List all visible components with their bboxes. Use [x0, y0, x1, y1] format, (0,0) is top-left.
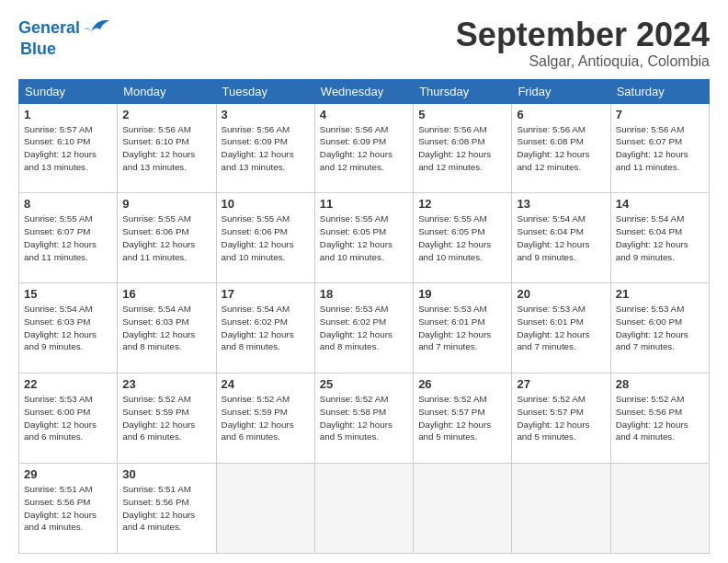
day-info: Sunrise: 5:55 AM Sunset: 6:05 PM Dayligh… — [320, 213, 408, 263]
table-row: 6 Sunrise: 5:56 AM Sunset: 6:08 PM Dayli… — [512, 103, 610, 193]
table-row: 5 Sunrise: 5:56 AM Sunset: 6:08 PM Dayli… — [414, 103, 512, 193]
day-info: Sunrise: 5:52 AM Sunset: 5:59 PM Dayligh… — [222, 393, 310, 443]
day-info: Sunrise: 5:54 AM Sunset: 6:04 PM Dayligh… — [517, 213, 605, 263]
day-info: Sunrise: 5:52 AM Sunset: 5:57 PM Dayligh… — [418, 393, 506, 443]
day-info: Sunrise: 5:53 AM Sunset: 6:00 PM Dayligh… — [24, 393, 112, 443]
table-row: 9 Sunrise: 5:55 AM Sunset: 6:06 PM Dayli… — [118, 193, 216, 283]
day-number: 4 — [320, 108, 408, 121]
day-info: Sunrise: 5:56 AM Sunset: 6:09 PM Dayligh… — [222, 123, 310, 174]
day-number: 12 — [418, 197, 506, 211]
day-number: 6 — [517, 108, 605, 121]
month-title: September 2024 — [456, 17, 710, 53]
header-monday: Monday — [118, 79, 216, 103]
table-row: 26 Sunrise: 5:52 AM Sunset: 5:57 PM Dayl… — [414, 373, 512, 464]
day-number: 7 — [616, 108, 704, 121]
day-info: Sunrise: 5:54 AM Sunset: 6:03 PM Dayligh… — [122, 303, 210, 353]
day-info: Sunrise: 5:53 AM Sunset: 6:01 PM Dayligh… — [517, 303, 605, 353]
table-row: 12 Sunrise: 5:55 AM Sunset: 6:05 PM Dayl… — [414, 193, 512, 283]
day-number: 20 — [517, 287, 605, 301]
calendar-week-row: 29 Sunrise: 5:51 AM Sunset: 5:56 PM Dayl… — [19, 464, 710, 554]
table-row: 20 Sunrise: 5:53 AM Sunset: 6:01 PM Dayl… — [512, 283, 610, 373]
page: General Blue September 2024 Salgar, Anti… — [0, 0, 728, 563]
table-row: 21 Sunrise: 5:53 AM Sunset: 6:00 PM Dayl… — [610, 283, 709, 373]
table-row: 4 Sunrise: 5:56 AM Sunset: 6:09 PM Dayli… — [314, 103, 413, 193]
day-number: 8 — [24, 197, 112, 211]
table-row: 24 Sunrise: 5:52 AM Sunset: 5:59 PM Dayl… — [216, 373, 314, 464]
day-info: Sunrise: 5:53 AM Sunset: 6:00 PM Dayligh… — [616, 303, 704, 353]
day-info: Sunrise: 5:52 AM Sunset: 5:58 PM Dayligh… — [320, 393, 408, 443]
day-number: 1 — [24, 108, 112, 121]
table-row: 29 Sunrise: 5:51 AM Sunset: 5:56 PM Dayl… — [19, 464, 118, 554]
day-info: Sunrise: 5:55 AM Sunset: 6:06 PM Dayligh… — [122, 213, 210, 263]
header: General Blue September 2024 Salgar, Anti… — [18, 17, 710, 70]
calendar-table: Sunday Monday Tuesday Wednesday Thursday… — [18, 79, 710, 554]
table-row: 30 Sunrise: 5:51 AM Sunset: 5:56 PM Dayl… — [118, 464, 216, 554]
table-row: 25 Sunrise: 5:52 AM Sunset: 5:58 PM Dayl… — [314, 373, 413, 464]
day-number: 16 — [122, 287, 210, 301]
day-number: 10 — [222, 197, 310, 211]
table-row: 23 Sunrise: 5:52 AM Sunset: 5:59 PM Dayl… — [118, 373, 216, 464]
day-info: Sunrise: 5:57 AM Sunset: 6:10 PM Dayligh… — [24, 123, 112, 174]
logo-text-general: General — [18, 19, 80, 38]
header-sunday: Sunday — [19, 79, 118, 103]
day-info: Sunrise: 5:55 AM Sunset: 6:05 PM Dayligh… — [418, 213, 506, 263]
day-info: Sunrise: 5:52 AM Sunset: 5:57 PM Dayligh… — [517, 393, 605, 443]
day-info: Sunrise: 5:55 AM Sunset: 6:06 PM Dayligh… — [222, 213, 310, 263]
day-info: Sunrise: 5:51 AM Sunset: 5:56 PM Dayligh… — [122, 483, 210, 534]
day-info: Sunrise: 5:56 AM Sunset: 6:07 PM Dayligh… — [616, 123, 704, 174]
table-row: 13 Sunrise: 5:54 AM Sunset: 6:04 PM Dayl… — [512, 193, 610, 283]
day-info: Sunrise: 5:54 AM Sunset: 6:03 PM Dayligh… — [24, 303, 112, 353]
calendar-week-row: 22 Sunrise: 5:53 AM Sunset: 6:00 PM Dayl… — [19, 373, 710, 464]
table-row: 27 Sunrise: 5:52 AM Sunset: 5:57 PM Dayl… — [512, 373, 610, 464]
day-number: 9 — [122, 197, 210, 211]
table-row: 17 Sunrise: 5:54 AM Sunset: 6:02 PM Dayl… — [216, 283, 314, 373]
table-row: 7 Sunrise: 5:56 AM Sunset: 6:07 PM Dayli… — [610, 103, 709, 193]
table-row: 10 Sunrise: 5:55 AM Sunset: 6:06 PM Dayl… — [216, 193, 314, 283]
calendar-week-row: 15 Sunrise: 5:54 AM Sunset: 6:03 PM Dayl… — [19, 283, 710, 373]
location: Salgar, Antioquia, Colombia — [456, 53, 710, 70]
day-number: 25 — [320, 377, 408, 391]
day-number: 17 — [222, 287, 310, 301]
table-row — [512, 464, 610, 554]
day-number: 13 — [517, 197, 605, 211]
table-row: 28 Sunrise: 5:52 AM Sunset: 5:56 PM Dayl… — [610, 373, 709, 464]
table-row — [414, 464, 512, 554]
day-number: 30 — [122, 467, 210, 481]
day-info: Sunrise: 5:56 AM Sunset: 6:08 PM Dayligh… — [517, 123, 605, 174]
day-info: Sunrise: 5:54 AM Sunset: 6:04 PM Dayligh… — [616, 213, 704, 263]
day-number: 14 — [616, 197, 704, 211]
day-number: 24 — [222, 377, 310, 391]
table-row: 3 Sunrise: 5:56 AM Sunset: 6:09 PM Dayli… — [216, 103, 314, 193]
day-info: Sunrise: 5:55 AM Sunset: 6:07 PM Dayligh… — [24, 213, 112, 263]
table-row: 11 Sunrise: 5:55 AM Sunset: 6:05 PM Dayl… — [314, 193, 413, 283]
day-number: 11 — [320, 197, 408, 211]
calendar-header-row: Sunday Monday Tuesday Wednesday Thursday… — [19, 79, 710, 103]
header-thursday: Thursday — [414, 79, 512, 103]
day-info: Sunrise: 5:52 AM Sunset: 5:56 PM Dayligh… — [616, 393, 704, 443]
day-number: 23 — [122, 377, 210, 391]
day-info: Sunrise: 5:53 AM Sunset: 6:02 PM Dayligh… — [320, 303, 408, 353]
day-info: Sunrise: 5:54 AM Sunset: 6:02 PM Dayligh… — [222, 303, 310, 353]
table-row — [314, 464, 413, 554]
day-number: 18 — [320, 287, 408, 301]
day-info: Sunrise: 5:53 AM Sunset: 6:01 PM Dayligh… — [418, 303, 506, 353]
day-info: Sunrise: 5:56 AM Sunset: 6:08 PM Dayligh… — [418, 123, 506, 174]
logo: General Blue — [18, 17, 109, 59]
day-number: 2 — [122, 108, 210, 121]
day-number: 15 — [24, 287, 112, 301]
day-number: 5 — [418, 108, 506, 121]
day-info: Sunrise: 5:52 AM Sunset: 5:59 PM Dayligh… — [122, 393, 210, 443]
day-number: 19 — [418, 287, 506, 301]
table-row: 15 Sunrise: 5:54 AM Sunset: 6:03 PM Dayl… — [19, 283, 118, 373]
table-row — [610, 464, 709, 554]
day-info: Sunrise: 5:56 AM Sunset: 6:09 PM Dayligh… — [320, 123, 408, 174]
day-number: 27 — [517, 377, 605, 391]
day-number: 29 — [24, 467, 112, 481]
table-row: 16 Sunrise: 5:54 AM Sunset: 6:03 PM Dayl… — [118, 283, 216, 373]
calendar-week-row: 1 Sunrise: 5:57 AM Sunset: 6:10 PM Dayli… — [19, 103, 710, 193]
table-row: 18 Sunrise: 5:53 AM Sunset: 6:02 PM Dayl… — [314, 283, 413, 373]
day-info: Sunrise: 5:56 AM Sunset: 6:10 PM Dayligh… — [122, 123, 210, 174]
table-row: 14 Sunrise: 5:54 AM Sunset: 6:04 PM Dayl… — [610, 193, 709, 283]
header-wednesday: Wednesday — [314, 79, 413, 103]
day-number: 3 — [222, 108, 310, 121]
